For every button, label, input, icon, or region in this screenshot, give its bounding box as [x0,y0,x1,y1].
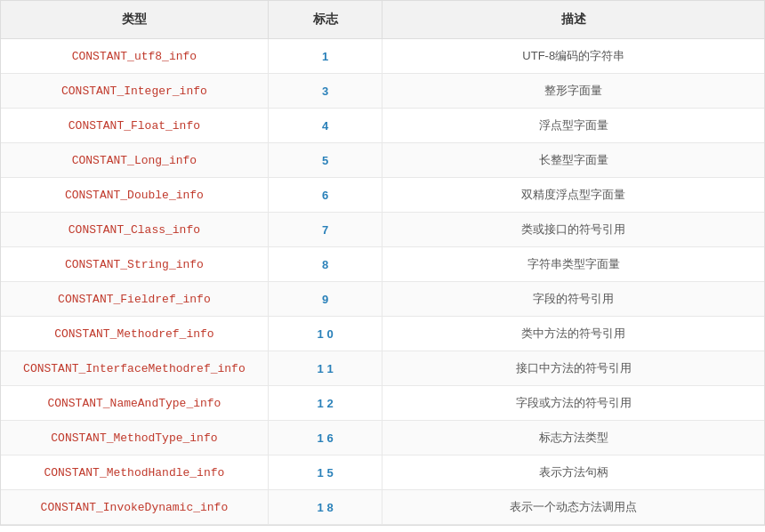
table-row: CONSTANT_Double_info6双精度浮点型字面量 [1,178,764,213]
cell-desc: 类或接口的符号引用 [382,213,764,247]
column-header-type: 类型 [1,1,268,39]
cell-type: CONSTANT_Fieldref_info [1,282,268,317]
table-row: CONSTANT_Long_info5长整型字面量 [1,143,764,178]
cell-type: CONSTANT_Float_info [1,109,268,143]
cell-desc: 浮点型字面量 [382,109,764,143]
cell-tag: 1 6 [268,421,382,455]
cell-desc: 整形字面量 [382,74,764,109]
table-row: CONSTANT_InterfaceMethodref_info1 1接口中方法… [1,351,764,386]
table-row: CONSTANT_utf8_info1UTF-8编码的字符串 [1,39,764,74]
cell-type: CONSTANT_Double_info [1,178,268,213]
cell-tag: 6 [268,178,382,213]
table-row: CONSTANT_MethodHandle_info1 5表示方法句柄 [1,455,764,490]
cell-tag: 3 [268,74,382,109]
cell-desc: 字段的符号引用 [382,282,764,317]
cell-desc: 表示方法句柄 [382,455,764,490]
table-row: CONSTANT_Methodref_info1 0类中方法的符号引用 [1,317,764,351]
cell-desc: 标志方法类型 [382,421,764,455]
table-row: CONSTANT_NameAndType_info1 2字段或方法的符号引用 [1,386,764,421]
table-header-row: 类型 标志 描述 [1,1,764,39]
table-row: CONSTANT_InvokeDynamic_info1 8表示一个动态方法调用… [1,490,764,525]
table-row: CONSTANT_String_info8字符串类型字面量 [1,247,764,282]
cell-tag: 1 2 [268,386,382,421]
constant-table: 类型 标志 描述 CONSTANT_utf8_info1UTF-8编码的字符串C… [1,1,764,525]
main-container: 类型 标志 描述 CONSTANT_utf8_info1UTF-8编码的字符串C… [0,0,765,526]
cell-type: CONSTANT_MethodHandle_info [1,455,268,490]
cell-type: CONSTANT_String_info [1,247,268,282]
cell-type: CONSTANT_Long_info [1,143,268,178]
cell-desc: UTF-8编码的字符串 [382,39,764,74]
cell-tag: 8 [268,247,382,282]
cell-desc: 类中方法的符号引用 [382,317,764,351]
cell-tag: 1 5 [268,455,382,490]
column-header-desc: 描述 [382,1,764,39]
cell-tag: 1 1 [268,351,382,386]
cell-tag: 9 [268,282,382,317]
cell-type: CONSTANT_NameAndType_info [1,386,268,421]
cell-desc: 字符串类型字面量 [382,247,764,282]
column-header-tag: 标志 [268,1,382,39]
cell-type: CONSTANT_MethodType_info [1,421,268,455]
cell-tag: 7 [268,213,382,247]
cell-tag: 1 0 [268,317,382,351]
cell-desc: 接口中方法的符号引用 [382,351,764,386]
cell-type: CONSTANT_Class_info [1,213,268,247]
cell-type: CONSTANT_Integer_info [1,74,268,109]
cell-desc: 表示一个动态方法调用点 [382,490,764,525]
cell-tag: 1 [268,39,382,74]
table-row: CONSTANT_Class_info7类或接口的符号引用 [1,213,764,247]
cell-type: CONSTANT_InterfaceMethodref_info [1,351,268,386]
cell-type: CONSTANT_Methodref_info [1,317,268,351]
cell-desc: 字段或方法的符号引用 [382,386,764,421]
cell-tag: 1 8 [268,490,382,525]
cell-desc: 双精度浮点型字面量 [382,178,764,213]
cell-type: CONSTANT_utf8_info [1,39,268,74]
cell-tag: 5 [268,143,382,178]
cell-type: CONSTANT_InvokeDynamic_info [1,490,268,525]
table-row: CONSTANT_Integer_info3整形字面量 [1,74,764,109]
cell-tag: 4 [268,109,382,143]
table-row: CONSTANT_Fieldref_info9字段的符号引用 [1,282,764,317]
cell-desc: 长整型字面量 [382,143,764,178]
table-row: CONSTANT_Float_info4浮点型字面量 [1,109,764,143]
table-row: CONSTANT_MethodType_info1 6标志方法类型 [1,421,764,455]
